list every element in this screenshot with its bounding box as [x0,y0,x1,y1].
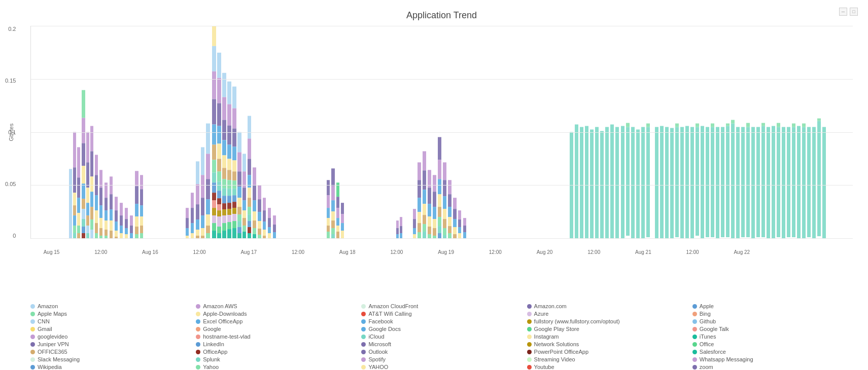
bar-group-37 [336,182,339,238]
svg-rect-297 [433,219,436,228]
legend-dot-junipervpn [30,342,35,347]
bar-group-92 [777,123,780,237]
legend-label-office: Office [700,341,714,347]
legend-dot-microsoft [361,342,366,347]
svg-rect-379 [761,123,765,126]
svg-rect-98 [196,184,199,204]
svg-rect-33 [90,176,93,192]
svg-rect-180 [232,180,236,189]
bar-group-50 [458,210,461,238]
svg-rect-389 [802,127,806,238]
grid-line-4 [31,238,853,239]
svg-rect-55 [105,236,108,238]
svg-rect-63 [115,221,118,231]
bar-group-82 [726,124,730,237]
legend-item-fullstory: fullstory (www.fullstory.com/optout) [527,318,687,324]
legend-item-zoom: zoom [692,364,853,370]
legend-item-yahoo: Yahoo [196,364,356,370]
legend-label-youtube: Youtube [534,364,554,370]
bar-group-36 [331,168,335,238]
bar-group-13 [125,208,128,238]
legend-label-attwifi: AT&T Wifi Calling [368,311,411,317]
svg-rect-378 [761,126,765,237]
svg-rect-128 [212,215,216,223]
legend-dot-google [196,327,200,331]
legend-label-powerpointofficeapp: PowerPoint OfficeApp [534,349,588,355]
svg-rect-34 [90,192,93,207]
bar-group-85 [741,127,745,237]
legend-item-officeapp: OfficeApp [196,349,356,355]
bar-group-55 [585,126,588,238]
svg-rect-94 [191,208,194,223]
svg-rect-20 [82,209,85,219]
legend-dot-spotify [361,357,366,362]
svg-rect-286 [423,224,426,232]
svg-rect-256 [336,197,339,208]
svg-rect-305 [438,217,441,226]
bar-group-5 [86,132,89,239]
legend-item-networksolutions: Network Solutions [527,341,687,347]
svg-rect-101 [196,230,199,236]
legend-item-junipervpn: Juniper VPN [30,341,191,347]
svg-rect-3 [73,193,76,205]
legend-dot-slack [30,357,35,362]
x-label-1200-5: 12:00 [489,249,502,255]
legend-dot-yahoocaps [361,365,366,369]
bar-group-64 [631,127,635,238]
legend-dot-linkedin [196,342,200,347]
svg-rect-70 [125,208,128,219]
svg-rect-49 [99,236,102,238]
svg-rect-270 [400,233,402,238]
svg-rect-326 [458,210,461,219]
svg-rect-92 [186,236,189,238]
legend-item-whatsapp: Whatsapp Messaging [692,356,853,362]
svg-rect-295 [433,192,436,207]
svg-rect-267 [396,234,399,238]
svg-rect-113 [206,214,210,226]
bar-group-72 [675,124,679,237]
legend-item-applemaps: Apple Maps [30,311,191,317]
svg-rect-300 [438,137,441,160]
top-controls: ─ □ [839,8,858,16]
svg-rect-281 [423,151,426,170]
svg-rect-385 [787,127,790,237]
bar-group-51 [463,218,466,238]
svg-rect-71 [125,219,128,228]
legend-item-attwifi: AT&T Wifi Calling [361,311,522,317]
legend-item-wikipedia: Wikipedia [30,364,191,370]
bar-group-101 [822,127,826,238]
bar-group-7 [95,155,98,238]
svg-rect-296 [433,207,436,219]
chart-title: Application Trend [30,10,853,21]
svg-rect-214 [248,221,251,227]
svg-rect-194 [237,214,241,221]
legend-label-github: Github [700,318,716,324]
y-tick-1: 0.15 [5,78,16,84]
svg-rect-254 [331,234,335,238]
legend-item-amazoncloudfront: Amazon CloudFront [361,303,522,309]
svg-rect-339 [600,131,604,238]
legend-label-slack: Slack Messaging [38,356,80,362]
legend-label-amazoncloudfront: Amazon CloudFront [368,303,418,309]
bar-group-44 [428,170,431,238]
svg-rect-309 [443,180,446,196]
svg-rect-177 [232,146,236,160]
svg-rect-44 [99,170,102,188]
legend-dot-amazonaws [196,304,200,309]
legend-dot-streamingvideo [527,357,532,362]
svg-rect-232 [263,221,266,230]
svg-rect-235 [268,208,271,218]
svg-rect-241 [273,232,276,238]
legend-label-junipervpn: Juniper VPN [38,341,69,347]
minimize-button[interactable]: ─ [839,8,847,16]
svg-rect-126 [212,200,216,208]
svg-rect-170 [227,209,231,215]
svg-rect-41 [95,210,98,223]
svg-rect-0 [69,169,72,238]
svg-rect-78 [135,186,138,204]
legend-dot-instagram [527,335,532,339]
svg-rect-193 [237,207,241,214]
svg-rect-368 [726,126,730,237]
maximize-button[interactable]: □ [850,8,858,16]
svg-rect-104 [201,175,204,198]
